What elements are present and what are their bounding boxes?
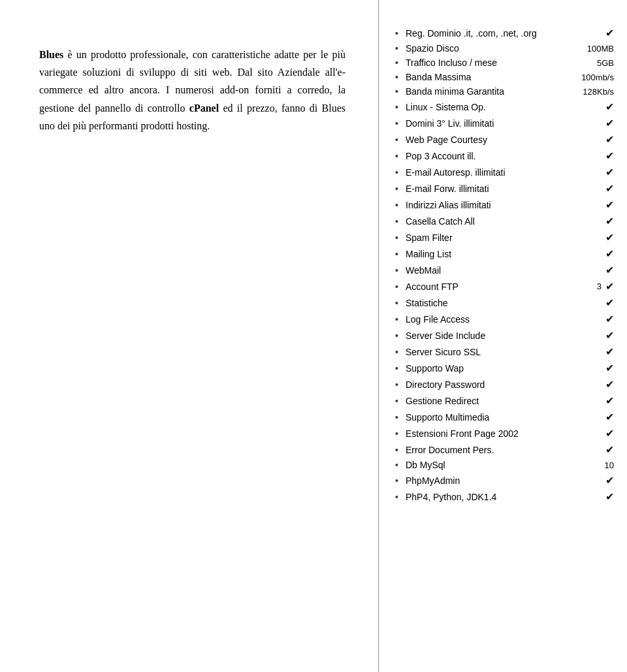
feature-list: •Reg. Dominio .it, .com, .net, .org•Spaz…	[395, 25, 614, 505]
feature-right	[575, 443, 614, 456]
feature-right	[575, 117, 614, 129]
bullet-icon: •	[395, 167, 402, 178]
feature-left: •Banda Massima	[395, 72, 575, 82]
feature-right	[575, 427, 614, 440]
feature-name: Pop 3 Account ill.	[406, 151, 475, 161]
feature-right	[575, 411, 614, 423]
feature-item: •Directory Password	[395, 376, 614, 392]
feature-right: 128Kb/s	[575, 87, 614, 97]
bullet-icon: •	[395, 445, 402, 455]
check-icon	[605, 264, 614, 276]
feature-item: •Gestione Redirect	[395, 392, 614, 409]
bullet-icon: •	[395, 57, 402, 68]
feature-name: Server Sicuro SSL	[406, 347, 481, 357]
feature-item: •Spam Filter	[395, 229, 614, 246]
feature-name: Spazio Disco	[406, 43, 459, 54]
feature-name: Banda minima Garantita	[406, 86, 504, 97]
feature-name: Db MySql	[406, 460, 445, 470]
feature-right	[575, 362, 614, 374]
feature-item: •Statistiche	[395, 295, 614, 311]
feature-name: Domini 3° Liv. illimitati	[406, 118, 494, 129]
check-icon	[605, 280, 614, 293]
bullet-icon: •	[395, 281, 402, 292]
feature-left: •Reg. Dominio .it, .com, .net, .org	[395, 28, 575, 39]
check-icon	[605, 490, 614, 503]
feature-right	[575, 313, 614, 325]
check-icon	[605, 27, 614, 39]
check-icon	[605, 248, 614, 260]
feature-item: •Domini 3° Liv. illimitati	[395, 115, 614, 131]
feature-left: •Spam Filter	[395, 232, 575, 243]
feature-right	[575, 150, 614, 162]
feature-name: PhP4, Python, JDK1.4	[406, 492, 496, 502]
bullet-icon: •	[395, 232, 402, 243]
feature-left: •Statistiche	[395, 298, 575, 308]
feature-name: Traffico Incluso / mese	[406, 57, 497, 68]
bullet-icon: •	[395, 216, 402, 227]
feature-name: Banda Massima	[406, 72, 471, 82]
feature-item: •Supporto Multimedia	[395, 409, 614, 425]
feature-right: 100mb/s	[575, 72, 614, 82]
bullet-icon: •	[395, 492, 402, 502]
feature-name: Mailing List	[406, 249, 451, 259]
check-icon	[605, 378, 614, 391]
feature-item: •Mailing List	[395, 246, 614, 262]
feature-right: 10	[575, 460, 614, 470]
bullet-icon: •	[395, 428, 402, 439]
feature-left: •E-mail Autoresp. illimitati	[395, 167, 575, 178]
check-icon	[605, 329, 614, 342]
check-icon	[605, 345, 614, 358]
cpanel-bold: cPanel	[189, 103, 219, 114]
feature-right	[575, 329, 614, 342]
feature-item: •Banda minima Garantita128Kb/s	[395, 84, 614, 99]
check-icon	[605, 443, 614, 456]
feature-right	[575, 296, 614, 309]
feature-left: •E-mail Forw. illimitati	[395, 184, 575, 194]
feature-item: •Db MySql10	[395, 458, 614, 472]
left-panel: Blues è un prodotto professionale, con c…	[0, 0, 379, 672]
feature-left: •PhP4, Python, JDK1.4	[395, 492, 575, 502]
feature-left: •WebMail	[395, 265, 575, 276]
check-icon	[605, 182, 614, 195]
feature-item: •Log File Access	[395, 311, 614, 327]
feature-name: E-mail Forw. illimitati	[406, 184, 489, 194]
bullet-icon: •	[395, 118, 402, 129]
bullet-icon: •	[395, 347, 402, 357]
feature-item: •Account FTP3	[395, 278, 614, 295]
feature-item: •Banda Massima100mb/s	[395, 70, 614, 84]
feature-name: Supporto Wap	[406, 363, 464, 374]
feature-left: •Spazio Disco	[395, 43, 575, 54]
feature-name: PhpMyAdmin	[406, 475, 460, 486]
feature-left: •Supporto Multimedia	[395, 412, 575, 423]
feature-right	[575, 264, 614, 276]
feature-name: Error Document Pers.	[406, 445, 494, 455]
feature-left: •Server Sicuro SSL	[395, 347, 575, 357]
feature-name: Linux - Sistema Op.	[406, 102, 486, 112]
check-icon	[605, 474, 614, 487]
feature-name: Web Page Courtesy	[406, 135, 487, 145]
feature-item: •E-mail Autoresp. illimitati	[395, 164, 614, 180]
feature-left: •Account FTP	[395, 281, 575, 292]
check-icon	[605, 133, 614, 146]
feature-value: 10	[605, 460, 614, 470]
bullet-icon: •	[395, 363, 402, 374]
feature-right	[575, 215, 614, 227]
bullet-icon: •	[395, 135, 402, 145]
check-icon	[605, 427, 614, 440]
product-description: Blues è un prodotto professionale, con c…	[39, 46, 346, 135]
feature-right	[575, 27, 614, 39]
feature-name: Reg. Dominio .it, .com, .net, .org	[406, 28, 537, 39]
check-icon	[605, 166, 614, 178]
feature-right	[575, 101, 614, 113]
bullet-icon: •	[395, 200, 402, 210]
check-icon	[605, 362, 614, 374]
feature-item: •PhpMyAdmin	[395, 472, 614, 488]
check-icon	[605, 231, 614, 244]
feature-right: 100MB	[575, 44, 614, 54]
feature-left: •Casella Catch All	[395, 216, 575, 227]
feature-name: Estensioni Front Page 2002	[406, 428, 519, 439]
feature-value: 5GB	[597, 58, 614, 68]
feature-name: E-mail Autoresp. illimitati	[406, 167, 506, 178]
feature-item: •Linux - Sistema Op.	[395, 99, 614, 115]
check-icon	[605, 150, 614, 162]
